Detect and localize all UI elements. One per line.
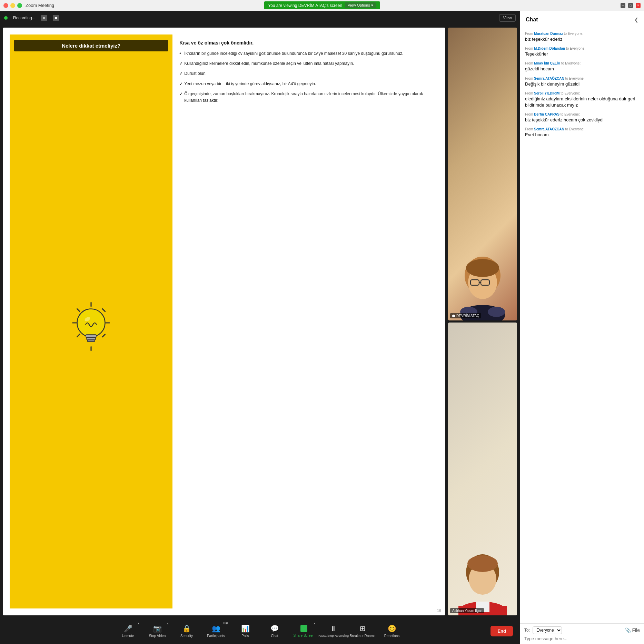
svg-line-5 bbox=[102, 309, 105, 311]
app-title: Zoom Meeting bbox=[26, 3, 54, 8]
security-button[interactable]: 🔒 Security bbox=[172, 620, 201, 642]
participant-2-name: Aslıhan Yazan Ilgar bbox=[450, 608, 484, 613]
security-icon: 🔒 bbox=[182, 624, 191, 633]
msg-from-0: From Muratcan Durmaz to Everyone: bbox=[525, 32, 639, 36]
reactions-label: Reactions bbox=[384, 634, 399, 638]
to-dropdown[interactable]: Everyone Directly bbox=[533, 626, 562, 634]
svg-line-4 bbox=[77, 309, 80, 311]
sender-name-6: Semra ATAÖZCAN bbox=[534, 127, 564, 131]
recipient-2: to Everyone: bbox=[561, 61, 581, 65]
chat-input-row bbox=[524, 636, 640, 641]
window-close-icon[interactable]: ✕ bbox=[636, 3, 641, 8]
zoom-topbar: Recording... ⏸ ⏹ View bbox=[0, 11, 520, 25]
sender-name-2: Miray İdil ÇELİK bbox=[534, 61, 560, 65]
participants-label: Participants bbox=[207, 634, 225, 638]
slide-content: Nelere dikkat etmeliyiz? bbox=[3, 28, 445, 615]
content-area: Nelere dikkat etmeliyiz? bbox=[0, 25, 520, 618]
unmute-chevron[interactable]: ▲ bbox=[137, 622, 140, 625]
window-min-icon[interactable]: ─ bbox=[621, 3, 625, 8]
video-feed-2 bbox=[448, 323, 517, 615]
stop-video-icon: 📷 bbox=[153, 624, 162, 633]
polls-icon: 📊 bbox=[241, 624, 250, 633]
view-button[interactable]: View bbox=[499, 14, 516, 22]
msg-text-6: Evet hocam bbox=[525, 132, 639, 138]
share-screen-button[interactable]: ↑ ▲ Share Screen bbox=[289, 620, 319, 642]
slide-bullets: • İK'cıların bir günde incelediği cv say… bbox=[179, 50, 432, 104]
chat-icon: 💬 bbox=[270, 624, 279, 633]
slide-right-panel: Kısa ve öz olması çok önemlidir. • İK'cı… bbox=[172, 34, 438, 608]
bullet-3: ✓ Dürüst olun. bbox=[179, 70, 432, 77]
recipient-0: to Everyone: bbox=[564, 32, 583, 36]
chat-message-4: From Serpil YILDIRIM to Everyone: elediğ… bbox=[525, 91, 639, 108]
maximize-button[interactable] bbox=[17, 3, 22, 8]
recipient-5: to Everyone: bbox=[561, 112, 580, 116]
msg-text-1: Teşekkürler bbox=[525, 51, 639, 57]
participants-icon: 👥 bbox=[212, 624, 220, 633]
svg-point-21 bbox=[488, 307, 505, 317]
window-max-icon[interactable]: □ bbox=[628, 3, 633, 8]
chat-label: Chat bbox=[271, 634, 278, 638]
chat-messages[interactable]: From Muratcan Durmaz to Everyone: biz te… bbox=[520, 28, 644, 623]
chat-message-3: From Semra ATAÖZCAN to Everyone: Değişik… bbox=[525, 77, 639, 87]
stop-recording-btn[interactable]: ⏹ bbox=[53, 15, 59, 21]
pause-stop-recording-button[interactable]: ⏸ Pause/Stop Recording bbox=[319, 620, 348, 642]
sender-name-1: M.Didem Dölarslan bbox=[534, 47, 565, 50]
presentation-area: Nelere dikkat etmeliyiz? bbox=[3, 28, 445, 615]
zoom-area: Recording... ⏸ ⏹ View Nelere dikkat etme… bbox=[0, 11, 520, 644]
chat-to-row: To: Everyone Directly 📎 File bbox=[524, 626, 640, 634]
window-controls[interactable] bbox=[3, 3, 22, 8]
reactions-icon: 😊 bbox=[388, 624, 396, 633]
participant-2-avatar bbox=[448, 323, 517, 615]
unmute-icon: 🎤 bbox=[124, 624, 132, 633]
pause-stop-label: Pause/Stop Recording bbox=[318, 634, 349, 637]
svg-rect-9 bbox=[86, 335, 96, 338]
svg-point-18 bbox=[466, 259, 499, 277]
share-screen-icon: ↑ bbox=[300, 625, 307, 632]
msg-text-0: biz teşekkür ederiz bbox=[525, 36, 639, 42]
lightbulb-icon bbox=[69, 301, 113, 356]
recipient-6: to Everyone: bbox=[565, 127, 585, 131]
collapse-chat-button[interactable]: ❮ bbox=[634, 17, 638, 22]
video-chevron[interactable]: ▲ bbox=[167, 622, 169, 625]
chat-panel: Chat ❮ From Muratcan Durmaz to Everyone:… bbox=[520, 11, 644, 644]
reactions-button[interactable]: 😊 Reactions bbox=[377, 620, 407, 642]
banner-text: You are viewing DEVRİM ATAÇ's screen bbox=[268, 3, 342, 8]
polls-label: Polls bbox=[241, 634, 249, 638]
chat-message-1: From M.Didem Dölarslan to Everyone: Teşe… bbox=[525, 47, 639, 57]
file-icon[interactable]: 📎 File bbox=[625, 627, 640, 633]
chat-header: Chat ❮ bbox=[520, 11, 644, 28]
bullet-2: ✓ Kullandığınız kelimelere dikkat edin, … bbox=[179, 60, 432, 67]
svg-line-6 bbox=[77, 334, 80, 337]
close-button[interactable] bbox=[3, 3, 8, 8]
bullet-1: • İK'cıların bir günde incelediği cv say… bbox=[179, 50, 432, 57]
sender-name-4: Serpil YILDIRIM bbox=[534, 91, 559, 95]
minimize-button[interactable] bbox=[10, 3, 15, 8]
sender-name-5: Berfin ÇAPRAS bbox=[534, 112, 559, 116]
view-options-button[interactable]: View Options ▾ bbox=[345, 2, 376, 8]
participant-1-avatar bbox=[448, 28, 517, 320]
chat-input[interactable] bbox=[524, 636, 640, 641]
stop-video-button[interactable]: 📷 ▲ Stop Video bbox=[143, 620, 172, 642]
breakout-rooms-button[interactable]: ⊞ Breakout Rooms bbox=[348, 620, 377, 642]
side-videos: DEVRİM ATAÇ bbox=[448, 28, 517, 615]
msg-text-3: Değişik bir deneyim güzeldi bbox=[525, 81, 639, 87]
msg-text-5: biz teşekkür ederiz hocam çok zevkliydi bbox=[525, 117, 639, 123]
stop-video-label: Stop Video bbox=[149, 634, 166, 638]
svg-rect-11 bbox=[87, 340, 95, 341]
screen-share-banner: You are viewing DEVRİM ATAÇ's screen Vie… bbox=[264, 1, 380, 9]
chat-toolbar-button[interactable]: 💬 Chat bbox=[260, 620, 289, 642]
chat-message-0: From Muratcan Durmaz to Everyone: biz te… bbox=[525, 32, 639, 42]
unmute-button[interactable]: 🎤 ▲ Unmute bbox=[113, 620, 143, 642]
msg-from-2: From Miray İdil ÇELİK to Everyone: bbox=[525, 61, 639, 65]
polls-button[interactable]: 📊 Polls bbox=[231, 620, 260, 642]
video-feed-1 bbox=[448, 28, 517, 320]
unmute-label: Unmute bbox=[122, 634, 134, 638]
share-chevron[interactable]: ▲ bbox=[313, 622, 316, 625]
slide-title: Nelere dikkat etmeliyiz? bbox=[14, 40, 168, 51]
participants-button[interactable]: 👥 ▲ 108 Participants bbox=[201, 620, 231, 642]
security-label: Security bbox=[180, 634, 193, 638]
pause-recording-btn[interactable]: ⏸ bbox=[41, 15, 47, 21]
end-button[interactable]: End bbox=[491, 626, 513, 636]
breakout-icon: ⊞ bbox=[360, 624, 366, 633]
participant-1-name: DEVRİM ATAÇ bbox=[450, 313, 481, 318]
